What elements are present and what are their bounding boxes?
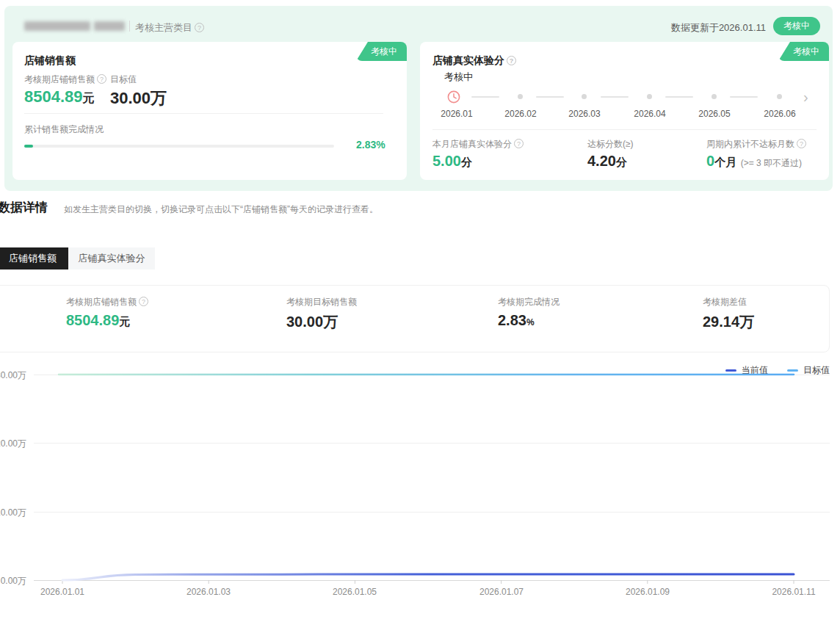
timeline-dot [647, 94, 652, 99]
stat-value: 29.14万 [703, 312, 754, 332]
sales-card-status-ribbon: 考核中 [356, 42, 407, 61]
card-divider [24, 113, 383, 114]
timeline-dot [712, 94, 717, 99]
stat-value: 8504.89元 [66, 312, 130, 329]
exp-metric1-label: 本月店铺真实体验分 [432, 138, 524, 151]
stat-label: 考核期完成情况 [498, 296, 560, 308]
help-icon[interactable] [507, 56, 516, 65]
status-badge: 考核中 [773, 17, 820, 35]
section-subtitle: 如发生主营类目的切换，切换记录可点击以下“店铺销售额”每天的记录进行查看。 [64, 203, 378, 216]
store-name-redacted-2 [94, 21, 125, 31]
stat-value: 30.00万 [286, 312, 338, 332]
sales-trend-chart[interactable] [0, 360, 840, 602]
category-label: 考核主营类目 [135, 21, 204, 35]
timeline-dot [582, 94, 587, 99]
timeline-dash [601, 96, 629, 98]
exp-metric1-value: 5.00分 [432, 153, 472, 170]
header-divider [129, 21, 130, 32]
stat-label: 考核期目标销售额 [286, 296, 357, 308]
timeline-dash [665, 96, 693, 98]
section-title: 数据详情 [0, 199, 48, 216]
card-divider [432, 129, 817, 130]
timeline-month: 2026.06 [754, 109, 805, 119]
stat-value: 2.83% [498, 312, 535, 329]
timeline-dash [471, 96, 499, 98]
experience-status: 考核中 [444, 70, 473, 84]
assessment-dashboard: 考核主营类目 数据更新于2026.01.11 考核中 考核中 店铺销售额 考核期… [0, 0, 840, 644]
timeline-month: 2026.05 [689, 109, 740, 119]
timeline-dash [536, 96, 564, 98]
x-axis-ticks [62, 580, 794, 584]
exp-metric3-value: 0个月 (>= 3 即不通过) [706, 153, 802, 170]
timeline-dash [730, 96, 758, 98]
exp-metric3-note: (>= 3 即不通过) [741, 158, 802, 168]
exp-metric2-value: 4.20分 [587, 153, 627, 170]
timeline-month: 2026.04 [624, 109, 676, 119]
help-icon[interactable] [97, 74, 106, 84]
current-line [62, 574, 794, 580]
timeline-month: 2026.03 [559, 109, 610, 119]
clock-icon [447, 90, 460, 104]
data-updated-text: 数据更新于2026.01.11 [671, 21, 766, 35]
timeline-dot [777, 94, 782, 99]
help-icon[interactable] [195, 23, 204, 32]
sales-card-title: 店铺销售额 [24, 54, 76, 68]
sales-metric2-label: 目标值 [110, 73, 137, 86]
exp-metric3-label: 周期内累计不达标月数 [706, 138, 806, 151]
help-icon[interactable] [139, 297, 148, 306]
tab-experience[interactable]: 店铺真实体验分 [68, 247, 155, 269]
timeline-next-chevron-icon[interactable]: › [803, 91, 808, 103]
timeline-month: 2026.01 [431, 109, 482, 119]
help-icon[interactable] [797, 139, 806, 148]
stat-label: 考核期店铺销售额 [66, 296, 148, 308]
sales-card: 考核中 店铺销售额 考核期店铺销售额 目标值 8504.89元 30.00万 累… [12, 42, 407, 180]
tab-sales[interactable]: 店铺销售额 [0, 247, 68, 269]
sales-metric2-value: 30.00万 [110, 87, 167, 109]
store-name-redacted [24, 21, 90, 31]
timeline-month: 2026.02 [495, 109, 546, 119]
progress-label: 累计销售额完成情况 [24, 123, 104, 136]
experience-card: 考核中 店铺真实体验分 考核中 › 2026.01 2026.02 2026.0… [420, 42, 829, 180]
timeline-dot [518, 94, 523, 99]
progress-percent: 2.83% [356, 139, 385, 151]
sales-metric1-label: 考核期店铺销售额 [24, 73, 106, 86]
progress-fill [24, 145, 33, 148]
progress-track [24, 145, 334, 148]
experience-card-status-ribbon: 考核中 [778, 42, 829, 61]
stat-label: 考核期差值 [703, 296, 747, 308]
exp-metric2-label: 达标分数(≥) [587, 138, 634, 151]
help-icon[interactable] [514, 139, 524, 148]
experience-card-title: 店铺真实体验分 [432, 54, 516, 68]
sales-metric1-value: 8504.89元 [24, 87, 95, 106]
